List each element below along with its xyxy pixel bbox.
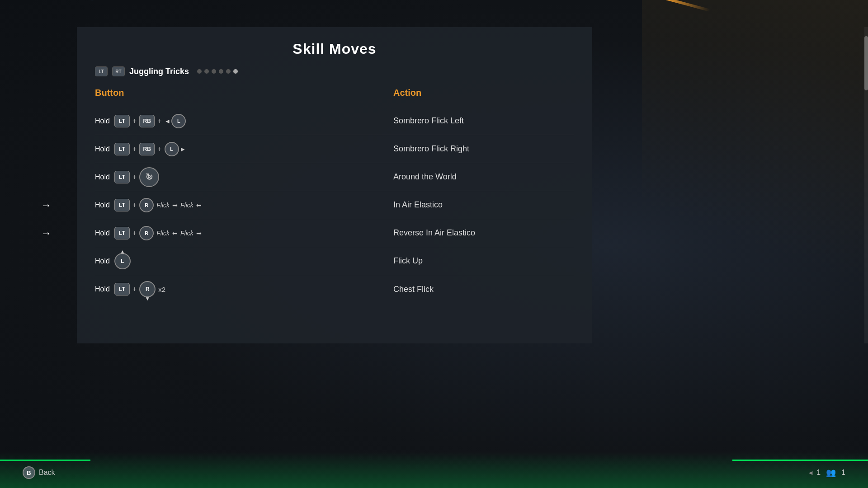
r-label-7: R <box>146 286 150 292</box>
move-row-6: Hold ▲ L <box>95 247 393 275</box>
action-row-7: Chest Flick <box>393 275 574 303</box>
flick-text-4b: Flick <box>180 202 193 209</box>
lt-button-5: LT <box>114 227 130 239</box>
move-row-5: → Hold LT + R Flick ⬅ Flick ➡ <box>95 219 393 247</box>
button-column: Button Hold LT + RB + ◄ L Hold <box>95 88 393 303</box>
tab-dot-4 <box>219 69 223 74</box>
arrow-indicator-4: → <box>41 199 52 211</box>
dir-arrow-left-1: ◄ <box>165 117 171 125</box>
hold-text-4: Hold <box>95 201 110 209</box>
action-row-3: Around the World <box>393 163 574 191</box>
bg-green-line-left <box>0 460 90 461</box>
btn-sequence-6: Hold ▲ L <box>95 253 131 269</box>
r-stick-down-7: ▼ R <box>139 281 156 297</box>
plus-4: + <box>132 201 137 209</box>
flick-arrow-5a: ⬅ <box>172 230 178 237</box>
tab-nav: LT RT Juggling Tricks <box>95 66 574 76</box>
tab-dot-5 <box>226 69 231 74</box>
right-info: ◄ 1 👥 1 <box>807 468 845 478</box>
bg-corner-right <box>642 0 868 488</box>
scrollbar-thumb[interactable] <box>864 36 868 90</box>
stick-container-2: L ► <box>165 142 186 156</box>
action-text-7: Chest Flick <box>393 285 434 294</box>
action-row-4: In Air Elastico <box>393 191 574 219</box>
bottom-bar: B Back ◄ 1 👥 1 <box>23 466 845 479</box>
action-row-5: Reverse In Air Elastico <box>393 219 574 247</box>
lt-button-4: LT <box>114 199 130 211</box>
plus-3: + <box>132 173 137 181</box>
action-text-5: Reverse In Air Elastico <box>393 228 475 238</box>
hold-text-5: Hold <box>95 229 110 237</box>
hold-text-6: Hold <box>95 257 110 265</box>
l-label-6: L <box>121 258 124 264</box>
hold-text-1: Hold <box>95 117 110 125</box>
lt-badge[interactable]: LT <box>95 66 108 76</box>
back-label: Back <box>39 469 55 477</box>
scrollbar-track[interactable] <box>864 27 868 343</box>
move-row-4: → Hold LT + R Flick ➡ Flick ⬅ <box>95 191 393 219</box>
rb-button-1: RB <box>139 115 155 127</box>
main-panel: Skill Moves LT RT Juggling Tricks Button… <box>77 27 592 343</box>
content-columns: Button Hold LT + RB + ◄ L Hold <box>95 88 574 303</box>
users-number: 1 <box>841 469 845 477</box>
b-button-icon: B <box>23 466 35 479</box>
action-column-header: Action <box>393 88 574 98</box>
page-nav: ◄ 1 <box>807 469 821 477</box>
action-row-1: Sombrero Flick Left <box>393 107 574 135</box>
plus-2b: + <box>157 145 161 153</box>
btn-sequence-1: Hold LT + RB + ◄ L <box>95 114 186 128</box>
dir-arrow-right-2: ► <box>180 145 186 153</box>
plus-2a: + <box>132 145 137 153</box>
flick-arrow-4b: ⬅ <box>196 202 202 209</box>
rt-badge[interactable]: RT <box>112 66 125 76</box>
tab-dot-3 <box>212 69 216 74</box>
l-stick-2: L <box>165 142 179 156</box>
action-row-2: Sombrero Flick Right <box>393 135 574 163</box>
plus-5: + <box>132 229 137 237</box>
back-button[interactable]: B Back <box>23 466 55 479</box>
action-row-6: Flick Up <box>393 247 574 275</box>
btn-sequence-7: Hold LT + ▼ R x2 <box>95 281 165 297</box>
tab-dot-6 <box>233 69 238 74</box>
arrow-indicator-5: → <box>41 227 52 239</box>
page-number: 1 <box>816 469 821 477</box>
action-text-3: Around the World <box>393 172 457 182</box>
flick-text-5b: Flick <box>180 230 193 237</box>
hold-text-3: Hold <box>95 173 110 181</box>
action-text-2: Sombrero Flick Right <box>393 144 469 154</box>
button-column-header: Button <box>95 88 393 98</box>
rotate-btn-3: ↻ R <box>139 167 159 187</box>
flick-text-5a: Flick <box>156 230 170 237</box>
users-icon: 👥 <box>826 468 836 478</box>
r-label-3: R <box>147 174 151 180</box>
rb-button-2: RB <box>139 143 155 155</box>
tab-dot-2 <box>204 69 209 74</box>
down-arrow-7: ▼ <box>145 296 150 302</box>
page-nav-left-icon: ◄ <box>807 469 814 476</box>
tab-dot-1 <box>197 69 202 74</box>
r-stick-5: R <box>139 226 154 240</box>
move-row-3: Hold LT + ↻ R <box>95 163 393 191</box>
up-arrow-6: ▲ <box>120 249 125 255</box>
page-title: Skill Moves <box>95 41 574 57</box>
move-row-2: Hold LT + RB + L ► <box>95 135 393 163</box>
tab-label: Juggling Tricks <box>129 67 189 76</box>
stick-container-1: ◄ L <box>165 114 186 128</box>
lt-button-2: LT <box>114 143 130 155</box>
action-column: Action Sombrero Flick Left Sombrero Flic… <box>393 88 574 303</box>
flick-text-4a: Flick <box>156 202 170 209</box>
lt-button-1: LT <box>114 115 130 127</box>
btn-sequence-2: Hold LT + RB + L ► <box>95 142 186 156</box>
action-text-1: Sombrero Flick Left <box>393 116 464 126</box>
hold-text-7: Hold <box>95 285 110 293</box>
btn-sequence-5: Hold LT + R Flick ⬅ Flick ➡ <box>95 226 202 240</box>
btn-sequence-3: Hold LT + ↻ R <box>95 167 159 187</box>
hold-text-2: Hold <box>95 145 110 153</box>
lt-button-7: LT <box>114 283 130 296</box>
btn-sequence-4: Hold LT + R Flick ➡ Flick ⬅ <box>95 198 202 212</box>
action-text-6: Flick Up <box>393 256 423 266</box>
plus-7: + <box>132 285 137 293</box>
x2-label-7: x2 <box>158 286 165 293</box>
plus-1b: + <box>157 117 161 125</box>
bg-green-line-right <box>732 460 868 461</box>
